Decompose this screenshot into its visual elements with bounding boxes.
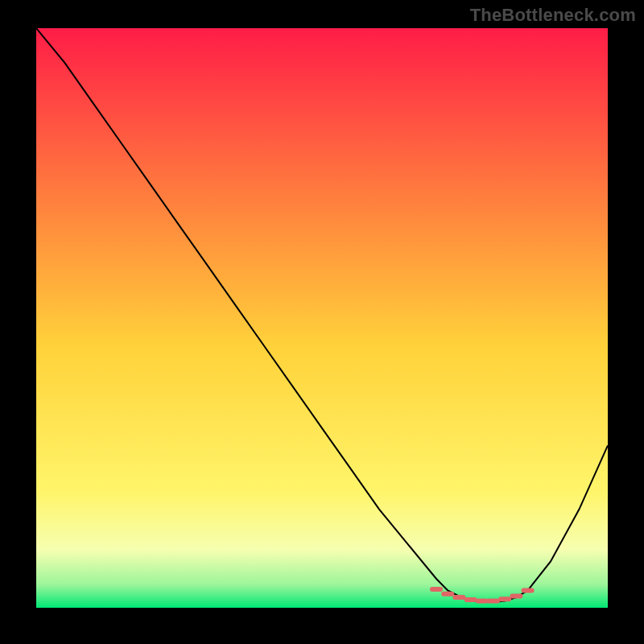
flat-marker — [441, 592, 454, 597]
flat-marker — [476, 598, 489, 603]
flat-marker — [522, 588, 535, 592]
chart-container: TheBottleneck.com — [0, 0, 644, 644]
plot-area — [36, 28, 608, 608]
flat-marker — [510, 594, 522, 599]
flat-marker — [498, 597, 511, 601]
flat-marker — [430, 587, 443, 592]
chart-canvas — [36, 28, 608, 608]
flat-marker — [464, 597, 477, 602]
flat-marker — [487, 598, 500, 603]
flat-marker — [452, 595, 465, 600]
watermark-text: TheBottleneck.com — [470, 5, 636, 26]
gradient-background — [36, 28, 608, 608]
